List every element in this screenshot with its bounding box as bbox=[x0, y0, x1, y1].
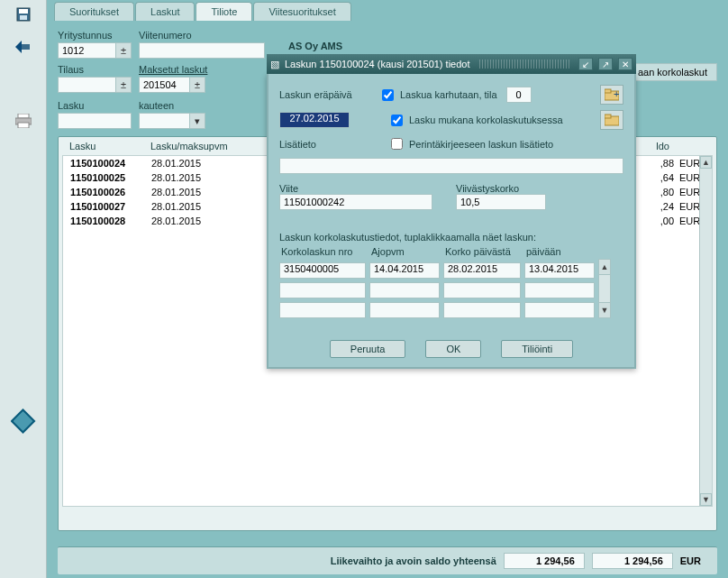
minimize-icon[interactable]: ↙ bbox=[578, 58, 593, 70]
tiliointi-button[interactable]: Tiliöinti bbox=[501, 340, 573, 358]
karhutaan-value[interactable] bbox=[506, 87, 532, 103]
erapaiva-label: Laskun eräpäivä bbox=[279, 89, 369, 100]
dlg-row-erapaiva2: 27.02.2015 Lasku mukana korkolaskutukses… bbox=[279, 110, 623, 130]
yritystunnus-combo[interactable]: ± bbox=[58, 42, 132, 59]
grid-title: Laskun korkolaskutustiedot, tuplaklikkaa… bbox=[279, 232, 623, 243]
tilaus-input[interactable] bbox=[58, 77, 115, 93]
tab-viitesuoritukset[interactable]: Viitesuoritukset bbox=[253, 2, 350, 21]
grid-cell[interactable] bbox=[524, 282, 595, 298]
tilaus-combo[interactable]: ± bbox=[58, 77, 132, 93]
list-head-cur bbox=[669, 141, 705, 151]
kauteen-combo[interactable]: ▾ bbox=[139, 113, 205, 129]
grid-cell[interactable] bbox=[524, 302, 595, 318]
cell-pvm: 28.01.2015 bbox=[151, 201, 232, 212]
ok-button[interactable]: OK bbox=[425, 340, 481, 358]
chk-korkolaskutus-input[interactable] bbox=[391, 115, 403, 126]
cancel-button[interactable]: Peruuta bbox=[330, 340, 406, 358]
grid-scroll-down-icon[interactable]: ▼ bbox=[598, 302, 611, 318]
tab-laskut[interactable]: Laskut bbox=[135, 2, 195, 21]
lasku-filter-label: Lasku bbox=[58, 100, 132, 111]
dialog-title-text: Laskun 1150100024 (kausi 201501) tiedot bbox=[285, 59, 470, 69]
grid-cell[interactable] bbox=[279, 282, 366, 298]
cell-pvm: 28.01.2015 bbox=[151, 158, 232, 169]
dialog-icon: ▧ bbox=[270, 59, 279, 70]
save-icon[interactable] bbox=[14, 5, 32, 23]
maksetut-input[interactable] bbox=[139, 77, 189, 93]
title-spacer bbox=[479, 60, 570, 69]
svg-rect-5 bbox=[18, 114, 29, 118]
left-toolbar bbox=[0, 0, 47, 578]
close-icon[interactable]: ✕ bbox=[618, 58, 632, 70]
maximize-icon[interactable]: ↗ bbox=[598, 58, 613, 70]
app-logo-icon bbox=[11, 408, 36, 434]
filter-lasku: Lasku bbox=[58, 100, 132, 129]
grid-scroll-track[interactable] bbox=[598, 275, 611, 302]
chk-karhutaan[interactable]: Laskua karhutaan, tila bbox=[378, 87, 497, 104]
grid-cell[interactable]: 28.02.2015 bbox=[443, 262, 521, 279]
grid-cell[interactable] bbox=[443, 302, 521, 318]
lisatieto-input[interactable] bbox=[279, 158, 623, 174]
lasku-filter-input[interactable] bbox=[58, 113, 132, 129]
folder-add-icon[interactable]: + bbox=[600, 85, 623, 105]
tab-tiliote[interactable]: Tiliote bbox=[196, 2, 252, 21]
grid-cell[interactable] bbox=[443, 282, 521, 298]
cell-pvm: 28.01.2015 bbox=[151, 216, 232, 226]
svg-marker-4 bbox=[15, 41, 22, 53]
filter-yritystunnus: Yritystunnus ± bbox=[58, 30, 132, 59]
grid-cell[interactable] bbox=[369, 302, 440, 318]
folder-open-icon[interactable] bbox=[600, 110, 623, 130]
chk-karhutaan-input[interactable] bbox=[382, 89, 394, 101]
scroll-down-icon[interactable]: ▼ bbox=[700, 493, 712, 506]
tab-bar: Suoritukset Laskut Tiliote Viitesuorituk… bbox=[47, 2, 728, 21]
grid-cell[interactable] bbox=[369, 282, 440, 298]
chk-karhutaan-label: Laskua karhutaan, tila bbox=[400, 89, 497, 100]
grid-cell[interactable]: 13.04.2015 bbox=[524, 262, 595, 279]
svg-rect-3 bbox=[21, 44, 30, 50]
grid-col-alku: Korko päivästä 28.02.2015 bbox=[443, 246, 521, 318]
maksetut-lookup-icon[interactable]: ± bbox=[189, 77, 205, 93]
viivastyskorko-input[interactable] bbox=[456, 194, 546, 210]
grid-cell[interactable]: 14.04.2015 bbox=[369, 262, 440, 279]
grid-cell[interactable]: 3150400005 bbox=[279, 262, 366, 279]
kauteen-dropdown-icon[interactable]: ▾ bbox=[189, 113, 205, 129]
main-area: Suoritukset Laskut Tiliote Viitesuorituk… bbox=[47, 0, 728, 578]
grid-cell[interactable] bbox=[279, 302, 366, 318]
chk-korkolaskutus[interactable]: Lasku mukana korkolaskutuksessa bbox=[387, 112, 563, 129]
kauteen-input[interactable] bbox=[139, 113, 189, 129]
maksetut-label[interactable]: Maksetut laskut bbox=[139, 64, 207, 75]
viitenumero-input[interactable] bbox=[139, 42, 265, 59]
viite-label: Viite bbox=[279, 183, 447, 194]
cell-pvm: 28.01.2015 bbox=[151, 172, 232, 183]
svg-rect-12 bbox=[605, 115, 611, 118]
dlg-row-viite: Viite Viivästyskorko bbox=[279, 183, 623, 210]
tab-suoritukset[interactable]: Suoritukset bbox=[54, 2, 134, 21]
svg-rect-2 bbox=[20, 15, 27, 20]
grid-head-alku: Korko päivästä bbox=[443, 246, 521, 259]
chk-perinta-input[interactable] bbox=[391, 138, 403, 150]
cell-lasku: 1150100025 bbox=[70, 172, 151, 183]
chk-perinta[interactable]: Perintäkirjeeseen laskun lisätieto bbox=[387, 135, 553, 152]
dlg-row-erapaiva: Laskun eräpäivä Laskua karhutaan, tila + bbox=[279, 85, 623, 105]
dialog: ▧ Laskun 1150100024 (kausi 201501) tiedo… bbox=[267, 74, 636, 369]
print-icon[interactable] bbox=[14, 112, 32, 130]
grid-head-ajopvm: Ajopvm bbox=[369, 246, 440, 259]
back-icon[interactable] bbox=[14, 38, 32, 56]
tilaus-lookup-icon[interactable]: ± bbox=[115, 77, 132, 93]
app-root: Suoritukset Laskut Tiliote Viitesuorituk… bbox=[0, 0, 728, 578]
grid-scroll-up-icon[interactable]: ▲ bbox=[598, 259, 611, 275]
list-scrollbar[interactable]: ▲ ▼ bbox=[699, 156, 712, 506]
yritystunnus-input[interactable] bbox=[58, 42, 115, 59]
viite-input[interactable] bbox=[279, 194, 432, 210]
chk-perinta-label: Perintäkirjeeseen laskun lisätieto bbox=[409, 139, 553, 150]
korkolaskut-button[interactable]: aan korkolaskut bbox=[628, 63, 717, 81]
grid-col-nro: Korkolaskun nro 3150400005 bbox=[279, 246, 366, 318]
scroll-up-icon[interactable]: ▲ bbox=[700, 156, 712, 169]
maksetut-combo[interactable]: ± bbox=[139, 77, 207, 93]
kauteen-label: kauteen bbox=[139, 100, 205, 111]
yritystunnus-lookup-icon[interactable]: ± bbox=[115, 42, 132, 59]
filter-viitenumero: Viitenumero bbox=[139, 30, 265, 59]
grid-scrollbar[interactable]: ▲ ▼ bbox=[598, 246, 611, 318]
dialog-titlebar[interactable]: ▧ Laskun 1150100024 (kausi 201501) tiedo… bbox=[267, 54, 636, 74]
grid: Korkolaskun nro 3150400005 Ajopvm 14.04.… bbox=[279, 246, 623, 318]
erapaiva-value[interactable]: 27.02.2015 bbox=[279, 112, 350, 128]
